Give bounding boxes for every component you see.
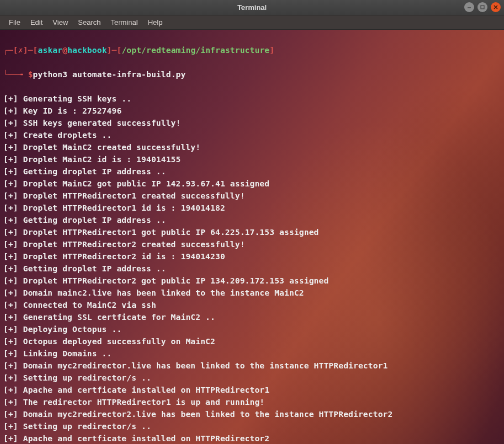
menu-view[interactable]: View bbox=[48, 17, 72, 28]
output-line: [+] Linking Domains .. bbox=[3, 349, 112, 358]
output-line: [+] Generating SSL certficate for MainC2… bbox=[3, 313, 215, 322]
prompt-host: hackbook bbox=[67, 46, 107, 55]
prompt-line-1: ┌─[✗]─[askar@hackbook]─[/opt/redteaming/… bbox=[3, 44, 501, 56]
svg-rect-1 bbox=[481, 6, 484, 9]
output-line: [+] Droplet HTTPRedirector1 id is : 1940… bbox=[3, 204, 225, 212]
prompt-user: askar bbox=[38, 46, 63, 55]
output-line: [+] Droplet HTTPRedirector1 got public I… bbox=[3, 228, 319, 237]
output-line: [+] Generating SSH keys .. bbox=[3, 94, 131, 103]
output-line: [+] Droplet MainC2 created successfully! bbox=[3, 143, 200, 152]
prompt-bracket: ]─[ bbox=[107, 46, 122, 55]
prompt-at: @ bbox=[62, 46, 67, 55]
close-button[interactable] bbox=[491, 2, 501, 12]
output-line: [+] Deploying Octopus .. bbox=[3, 325, 121, 334]
command-text: python3 automate-infra-build.py bbox=[33, 70, 186, 79]
prompt-status-icon: ✗ bbox=[18, 46, 23, 55]
menu-help[interactable]: Help bbox=[144, 17, 167, 28]
output-line: [+] Domain myc2redirector2.live has been… bbox=[3, 410, 392, 419]
prompt-bracket: ]─[ bbox=[23, 46, 38, 55]
prompt-path: /opt/redteaming/infrastructure bbox=[121, 46, 269, 55]
output-line: [+] Droplet HTTPRedirector2 id is : 1940… bbox=[3, 252, 225, 261]
output-line: [+] Setting up redirector/s .. bbox=[3, 373, 151, 382]
output-line: [+] Droplet MainC2 got public IP 142.93.… bbox=[3, 179, 269, 188]
output-line: [+] Droplet MainC2 id is : 194014155 bbox=[3, 155, 181, 164]
minimize-button[interactable] bbox=[464, 2, 474, 12]
maximize-button[interactable] bbox=[478, 2, 487, 12]
window-controls bbox=[464, 2, 501, 12]
prompt-dollar: $ bbox=[28, 70, 33, 79]
output-line: [+] Getting droplet IP address .. bbox=[3, 216, 166, 224]
output-line: [+] Getting droplet IP address .. bbox=[3, 167, 166, 176]
output-line: [+] Octopus deployed successfully on Mai… bbox=[3, 337, 215, 346]
output-line: [+] Domain mainc2.live has been linked t… bbox=[3, 288, 304, 297]
output-line: [+] Droplet HTTPRedirector1 created succ… bbox=[3, 191, 245, 200]
window-title: Terminal bbox=[237, 3, 267, 12]
prompt-corner: └──╼ bbox=[3, 70, 28, 79]
output-line: [+] Create droplets .. bbox=[3, 131, 112, 140]
output-line: [+] The redirector HTTPRedirector1 is up… bbox=[3, 398, 264, 406]
prompt-bracket: ] bbox=[269, 46, 274, 55]
output-line: [+] Getting droplet IP address .. bbox=[3, 264, 166, 273]
menubar: File Edit View Search Terminal Help bbox=[0, 15, 504, 30]
terminal-content: ┌─[✗]─[askar@hackbook]─[/opt/redteaming/… bbox=[0, 30, 504, 444]
menu-terminal[interactable]: Terminal bbox=[107, 17, 142, 28]
output-line: [+] Connected to MainC2 via ssh bbox=[3, 301, 156, 309]
output-line: [+] Domain myc2redirector.live has been … bbox=[3, 361, 388, 370]
output-line: [+] Setting up redirector/s .. bbox=[3, 422, 151, 431]
menu-edit[interactable]: Edit bbox=[26, 17, 47, 28]
prompt-bracket: ┌─[ bbox=[3, 46, 18, 55]
output-line: [+] Apache and certficate installed on H… bbox=[3, 434, 269, 443]
output-line: [+] SSH keys generated successfully! bbox=[3, 119, 181, 127]
prompt-line-2: └──╼ $python3 automate-infra-build.py bbox=[3, 68, 501, 81]
window-titlebar: Terminal bbox=[0, 0, 504, 15]
output-line: [+] Droplet HTTPRedirector2 got public I… bbox=[3, 276, 328, 285]
terminal-viewport[interactable]: ┌─[✗]─[askar@hackbook]─[/opt/redteaming/… bbox=[0, 30, 504, 444]
menu-file[interactable]: File bbox=[4, 17, 25, 28]
output-line: [+] Key ID is : 27527496 bbox=[3, 106, 121, 115]
menu-search[interactable]: Search bbox=[73, 17, 105, 28]
output-line: [+] Apache and certficate installed on H… bbox=[3, 386, 269, 394]
output-line: [+] Droplet HTTPRedirector2 created succ… bbox=[3, 240, 245, 249]
